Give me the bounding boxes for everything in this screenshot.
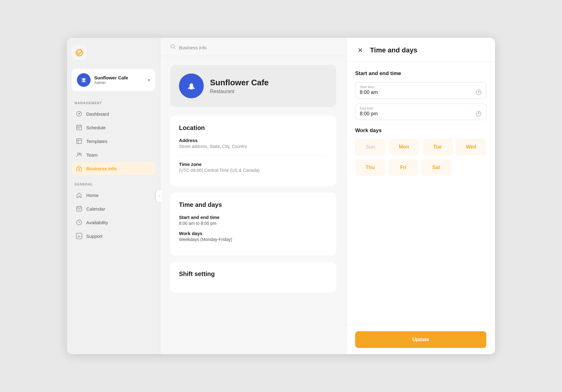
svg-point-11 (80, 153, 81, 155)
location-title: Location (179, 124, 328, 131)
start-end-value: 8:00 am to 8:00 pm (179, 221, 328, 226)
support-icon: 24 (76, 233, 83, 239)
work-days-label: Work days (179, 231, 328, 236)
workspace-name: Sunflower Cafe (94, 75, 144, 80)
business-card: Sunflower Cafe Restaurant (170, 65, 336, 107)
sidebar-item-calendar[interactable]: 8 Calendar (72, 202, 155, 215)
end-time-group: End time 8:00 pm 🕐 (355, 104, 486, 120)
dashboard-label: Dashboard (86, 111, 109, 117)
app-logo (72, 45, 87, 60)
time-days-section: Time and days Start and end time 8:00 am… (170, 193, 336, 256)
sidebar-item-schedule[interactable]: Schedule (72, 121, 155, 134)
svg-rect-7 (78, 128, 78, 128)
time-days-title: Time and days (179, 201, 328, 208)
svg-rect-21 (190, 87, 193, 90)
sidebar-item-home[interactable]: Home (72, 189, 155, 202)
sidebar-collapse-handle[interactable]: ‹ (156, 190, 162, 202)
home-label: Home (86, 193, 99, 198)
clock-icon-start: 🕐 (475, 89, 482, 95)
sidebar-item-templates[interactable]: Templates (72, 135, 155, 148)
panel-body: Start and end time Start time 8:00 am 🕐 … (346, 62, 495, 325)
end-time-field[interactable]: End time 8:00 pm 🕐 (355, 104, 486, 120)
close-button[interactable]: ✕ (355, 45, 365, 55)
day-btn-wed[interactable]: Wed (456, 139, 486, 155)
support-label: Support (86, 234, 103, 239)
templates-icon (76, 138, 83, 145)
search-icon (170, 44, 176, 51)
workspace-card[interactable]: Sunflower Cafe Admin ▾ (72, 69, 155, 91)
sidebar-item-business-info[interactable]: Business info (72, 162, 155, 175)
business-icon (76, 165, 83, 172)
start-end-section-title: Start and end time (355, 70, 486, 77)
sidebar-item-dashboard[interactable]: Dashboard (72, 107, 155, 120)
svg-text:8: 8 (78, 208, 80, 211)
sidebar-item-support[interactable]: 24 Support (72, 229, 155, 243)
svg-text:24: 24 (78, 235, 80, 238)
start-time-group: Start time 8:00 am 🕐 (355, 82, 486, 99)
timezone-label: Time zone (179, 162, 328, 167)
panel-title: Time and days (370, 46, 417, 54)
svg-point-19 (171, 45, 174, 48)
day-btn-tue[interactable]: Tue (422, 139, 453, 155)
main-content: ‹ Business info (160, 38, 346, 354)
shift-setting-title: Shift setting (179, 270, 328, 278)
general-label: GENERAL (72, 182, 155, 186)
availability-icon (76, 219, 83, 226)
end-time-value-row: 8:00 pm 🕐 (360, 104, 482, 120)
end-time-label: End time (360, 106, 373, 110)
home-icon (76, 192, 83, 198)
shift-setting-section: Shift setting (170, 262, 336, 292)
location-section: Location Address Street address, State, … (170, 116, 336, 186)
update-button[interactable]: Update (355, 331, 486, 348)
business-info-label: Business info (86, 166, 117, 171)
start-end-label: Start and end time (179, 215, 328, 220)
business-card-type: Restaurant (210, 89, 269, 94)
address-label: Address (179, 138, 328, 143)
start-time-value-row: 8:00 am 🕐 (360, 82, 482, 98)
day-btn-sat[interactable]: Sat (421, 159, 451, 176)
days-grid-row1: Sun Mon Tue Wed (355, 139, 486, 155)
work-days-value: Weekdays (Monday-Friday) (179, 237, 328, 242)
main-body: Sunflower Cafe Restaurant Location Addre… (160, 56, 346, 354)
svg-point-3 (83, 78, 85, 81)
svg-point-13 (79, 169, 80, 170)
chevron-down-icon: ▾ (148, 78, 150, 82)
clock-icon-end: 🕐 (475, 111, 482, 117)
workspace-role: Admin (94, 80, 144, 85)
start-time-label: Start time (360, 85, 374, 89)
svg-rect-9 (77, 139, 82, 144)
calendar-label: Calendar (86, 206, 105, 212)
schedule-label: Schedule (86, 125, 106, 130)
panel-header: ✕ Time and days (346, 38, 495, 62)
sidebar-item-availability[interactable]: Availability (72, 216, 155, 229)
day-btn-mon[interactable]: Mon (389, 139, 419, 155)
business-avatar (179, 74, 204, 98)
address-row: Address Street address, State, City, Cou… (179, 138, 328, 149)
start-time-value: 8:00 am (360, 90, 378, 95)
team-icon (76, 151, 83, 158)
day-btn-thu[interactable]: Thu (355, 159, 385, 176)
app-container: Sunflower Cafe Admin ▾ MANAGEMENT Dashbo… (67, 38, 495, 354)
management-label: MANAGEMENT (72, 101, 155, 105)
day-btn-fri[interactable]: Fri (388, 159, 418, 176)
calendar-icon: 8 (76, 205, 83, 212)
sidebar-item-team[interactable]: Team (72, 148, 155, 161)
templates-label: Templates (86, 139, 107, 144)
business-card-name: Sunflower Cafe (210, 78, 269, 87)
workspace-info: Sunflower Cafe Admin (94, 75, 144, 85)
start-time-field[interactable]: Start time 8:00 am 🕐 (355, 82, 486, 99)
days-grid-row2: Thu Fri Sat (355, 159, 451, 176)
sidebar: Sunflower Cafe Admin ▾ MANAGEMENT Dashbo… (67, 38, 160, 354)
workspace-avatar (77, 73, 91, 87)
svg-point-10 (78, 153, 79, 155)
panel-footer: Update (346, 325, 495, 354)
availability-label: Availability (86, 220, 108, 225)
schedule-icon (76, 124, 83, 131)
work-days-section-title: Work days (355, 127, 486, 134)
dashboard-icon (76, 110, 83, 117)
day-btn-sun[interactable]: Sun (355, 139, 386, 155)
svg-point-5 (79, 114, 80, 114)
work-days-row: Work days Weekdays (Monday-Friday) (179, 231, 328, 242)
timezone-row: Time zone (UTC-06:00) Central Time (US &… (179, 162, 328, 173)
start-end-row: Start and end time 8:00 am to 8:00 pm (179, 215, 328, 226)
